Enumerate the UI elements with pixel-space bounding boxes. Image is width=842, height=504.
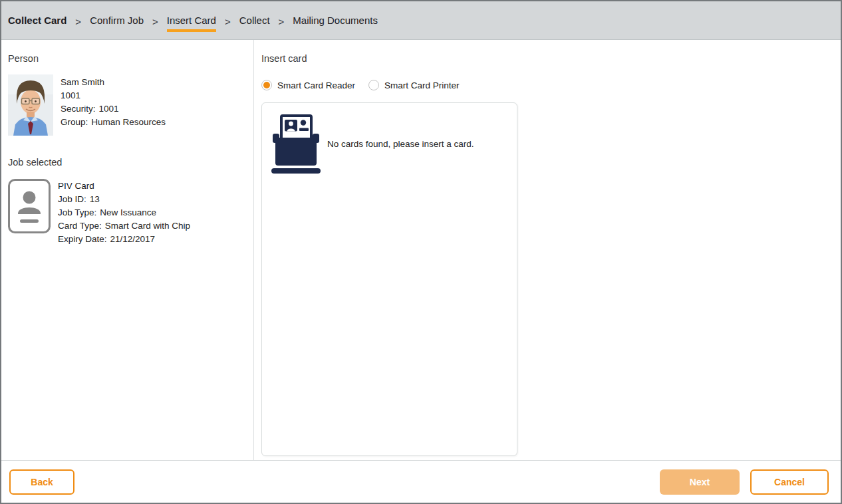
card-reader-status-row: No cards found, please insert a card.: [270, 114, 509, 174]
person-security: Security:1001: [61, 102, 166, 116]
chevron-right-icon: >: [75, 13, 81, 27]
job-details: PIV Card Job ID:13 Job Type:New Issuance…: [58, 180, 190, 246]
app-window: { "breadcrumb": { "separator": ">", "ite…: [0, 0, 842, 504]
next-button[interactable]: Next: [660, 469, 740, 495]
job-id: Job ID:13: [58, 193, 190, 206]
breadcrumb: Collect Card > Confirm Job > Insert Card…: [8, 9, 378, 32]
back-button[interactable]: Back: [9, 469, 74, 495]
radio-smart-card-printer-label: Smart Card Printer: [384, 80, 460, 90]
breadcrumb-step-collect[interactable]: Collect: [239, 9, 270, 32]
summary-panel: Person: [1, 40, 254, 460]
person-details: Sam Smith 1001 Security:1001 Group:Human…: [61, 76, 166, 136]
no-cards-message: No cards found, please insert a card.: [327, 139, 474, 149]
job-summary: PIV Card Job ID:13 Job Type:New Issuance…: [8, 178, 247, 246]
id-card-icon: [8, 179, 51, 233]
job-type: Job Type:New Issuance: [58, 206, 190, 219]
breadcrumb-step-confirm-job[interactable]: Confirm Job: [90, 9, 144, 32]
radio-unselected-icon: [368, 80, 379, 90]
insert-card-heading: Insert card: [261, 53, 833, 64]
breadcrumb-step-insert-card[interactable]: Insert Card: [167, 9, 216, 32]
card-type: Card Type:Smart Card with Chip: [58, 219, 190, 233]
chevron-right-icon: >: [279, 13, 285, 27]
chevron-right-icon: >: [152, 13, 158, 27]
person-summary: Sam Smith 1001 Security:1001 Group:Human…: [8, 74, 247, 136]
main-content: Person: [1, 40, 841, 460]
job-section-heading: Job selected: [8, 157, 247, 168]
person-name: Sam Smith: [61, 76, 166, 89]
insert-card-panel: Insert card Smart Card Reader Smart Card…: [254, 40, 841, 460]
person-photo: [8, 74, 53, 136]
footer-bar: Back Next Cancel: [1, 460, 841, 503]
chevron-right-icon: >: [225, 13, 231, 27]
radio-selected-icon: [261, 80, 272, 90]
breadcrumb-step-collect-card[interactable]: Collect Card: [8, 9, 67, 32]
breadcrumb-step-mailing-documents[interactable]: Mailing Documents: [293, 9, 378, 32]
radio-smart-card-reader-label: Smart Card Reader: [277, 80, 355, 90]
breadcrumb-bar: Collect Card > Confirm Job > Insert Card…: [1, 1, 841, 40]
person-section-heading: Person: [8, 53, 247, 64]
person-group: Group:Human Resources: [61, 116, 166, 129]
card-reader-status-panel: No cards found, please insert a card.: [261, 102, 517, 456]
card-source-options: Smart Card Reader Smart Card Printer: [261, 80, 833, 90]
radio-smart-card-reader[interactable]: Smart Card Reader: [261, 80, 355, 90]
person-id: 1001: [61, 89, 166, 102]
job-title: PIV Card: [58, 180, 190, 193]
cancel-button[interactable]: Cancel: [750, 469, 829, 495]
card-reader-icon: [270, 114, 322, 174]
radio-smart-card-printer[interactable]: Smart Card Printer: [368, 80, 460, 90]
expiry-date: Expiry Date:21/12/2017: [58, 233, 190, 246]
